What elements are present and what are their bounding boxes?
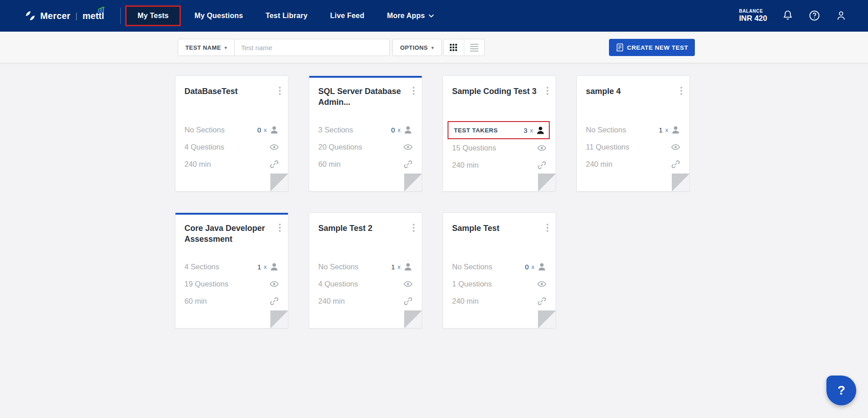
- test-card[interactable]: SQL Server Database Admin... 3 Sections …: [309, 75, 422, 192]
- user-account-icon[interactable]: [835, 9, 847, 22]
- test-card[interactable]: DataBaseTest No Sections 0 x 4 Questions: [175, 75, 288, 192]
- test-takers-count: 0: [257, 126, 261, 134]
- nav-item-my-tests[interactable]: My Tests: [125, 5, 181, 26]
- sections-test-takers-row[interactable]: No Sections 0 x: [452, 258, 547, 275]
- card-menu-kebab-icon[interactable]: [278, 86, 282, 96]
- chevron-down-icon: [429, 14, 434, 18]
- duration-row: 240 min: [318, 292, 413, 310]
- person-icon: [403, 262, 413, 272]
- help-circle-icon[interactable]: [808, 9, 821, 22]
- options-dropdown-button[interactable]: OPTIONS ▾: [392, 39, 442, 56]
- card-menu-kebab-icon[interactable]: [412, 223, 415, 233]
- create-new-test-button[interactable]: CREATE NEW TEST: [609, 39, 695, 56]
- preview-eye-icon[interactable]: [403, 142, 413, 152]
- card-stats: TEST TAKERS 3 x 15 Questions: [452, 121, 547, 174]
- preview-eye-icon[interactable]: [269, 279, 279, 289]
- questions-label: 11 Questions: [586, 143, 629, 151]
- preview-eye-icon[interactable]: [537, 143, 547, 153]
- card-stats: No Sections 1 x 11 Questions: [586, 121, 680, 173]
- link-icon[interactable]: [403, 296, 413, 306]
- link-icon[interactable]: [537, 160, 547, 170]
- filter-field-dropdown[interactable]: TEST NAME ▾: [178, 39, 235, 56]
- questions-row: 19 Questions: [184, 275, 279, 292]
- list-view-button[interactable]: [464, 39, 485, 56]
- link-icon[interactable]: [671, 160, 680, 169]
- create-button-label: CREATE NEW TEST: [627, 44, 689, 51]
- balance-value: INR 420: [739, 14, 767, 23]
- test-card[interactable]: Sample Coding Test 3 TEST TAKERS 3 x 15 …: [443, 75, 556, 192]
- test-title: Sample Test: [452, 223, 547, 234]
- filter-field-label: TEST NAME: [185, 44, 221, 51]
- grid-view-button[interactable]: [443, 39, 464, 56]
- times-symbol: x: [530, 127, 533, 134]
- preview-eye-icon[interactable]: [537, 279, 547, 289]
- test-card[interactable]: Sample Test 2 No Sections 1 x 4 Question…: [309, 212, 422, 329]
- sections-test-takers-row[interactable]: 3 Sections 0 x: [318, 121, 413, 138]
- card-stats: No Sections 0 x 1 Questions: [452, 258, 547, 310]
- nav-item-test-library[interactable]: Test Library: [256, 6, 316, 25]
- test-title: sample 4: [586, 86, 680, 97]
- preview-eye-icon[interactable]: [671, 142, 680, 152]
- duration-label: 60 min: [318, 160, 341, 169]
- nav-item-my-questions[interactable]: My Questions: [185, 6, 252, 25]
- card-menu-kebab-icon[interactable]: [412, 86, 415, 96]
- nav-item-live-feed[interactable]: Live Feed: [321, 6, 373, 25]
- preview-eye-icon[interactable]: [269, 142, 279, 152]
- top-navbar: Mercer | mettl My Tests My Questions Tes…: [0, 0, 868, 32]
- test-card[interactable]: sample 4 No Sections 1 x 11 Questions: [576, 75, 690, 192]
- times-symbol: x: [264, 127, 267, 133]
- navbar-right: BALANCE INR 420: [739, 9, 847, 23]
- sections-test-takers-row[interactable]: TEST TAKERS 3 x: [448, 121, 550, 139]
- person-icon: [269, 125, 279, 135]
- test-search-group: TEST NAME ▾: [178, 39, 390, 56]
- duration-label: 240 min: [318, 297, 345, 305]
- sections-label: 4 Sections: [184, 263, 219, 271]
- questions-label: 15 Questions: [452, 144, 496, 152]
- link-icon[interactable]: [403, 160, 413, 169]
- sections-test-takers-row[interactable]: No Sections 1 x: [318, 258, 413, 275]
- help-fab-button[interactable]: ?: [826, 376, 856, 405]
- main-nav: My Tests My Questions Test Library Live …: [125, 5, 443, 26]
- test-takers-count: 3: [524, 127, 527, 134]
- test-title: Core Java Developer Assessment: [184, 223, 279, 245]
- sections-test-takers-row[interactable]: 4 Sections 1 x: [184, 258, 279, 275]
- times-symbol: x: [398, 127, 401, 133]
- test-takers-count-group: 1 x: [659, 125, 680, 135]
- brand-logo[interactable]: Mercer | mettl: [24, 10, 104, 22]
- nav-item-label: My Tests: [137, 12, 169, 20]
- test-takers-count-group: 1 x: [391, 262, 413, 272]
- notifications-bell-icon[interactable]: [782, 9, 794, 22]
- nav-item-label: More Apps: [387, 12, 425, 20]
- test-card[interactable]: Core Java Developer Assessment 4 Section…: [175, 212, 288, 329]
- duration-label: 60 min: [184, 297, 207, 305]
- tests-toolbar: TEST NAME ▾ OPTIONS ▾ CREATE NEW TEST: [0, 32, 868, 63]
- duration-row: 240 min: [184, 155, 279, 173]
- sections-test-takers-row[interactable]: No Sections 1 x: [586, 121, 680, 138]
- card-menu-kebab-icon[interactable]: [679, 86, 683, 96]
- nav-item-label: Test Library: [265, 12, 307, 20]
- person-icon: [671, 125, 680, 135]
- nav-divider: [120, 8, 121, 24]
- list-view-icon: [470, 44, 478, 52]
- card-menu-kebab-icon[interactable]: [546, 86, 549, 96]
- chevron-down-icon: ▾: [431, 45, 434, 50]
- link-icon[interactable]: [269, 160, 279, 169]
- new-document-icon: [616, 43, 623, 52]
- duration-row: 240 min: [452, 156, 547, 174]
- test-name-search-input[interactable]: [235, 39, 389, 56]
- link-icon[interactable]: [537, 296, 547, 306]
- brand-separator: |: [75, 11, 78, 21]
- card-menu-kebab-icon[interactable]: [278, 223, 282, 233]
- preview-eye-icon[interactable]: [403, 279, 413, 289]
- card-stats: No Sections 0 x 4 Questions: [184, 121, 279, 173]
- test-takers-count: 0: [525, 263, 528, 271]
- card-menu-kebab-icon[interactable]: [546, 223, 549, 233]
- sections-test-takers-row[interactable]: No Sections 0 x: [184, 121, 279, 138]
- test-card[interactable]: Sample Test No Sections 0 x 1 Questions: [443, 212, 556, 329]
- link-icon[interactable]: [269, 296, 279, 306]
- questions-row: 15 Questions: [452, 139, 547, 156]
- questions-label: 19 Questions: [184, 280, 228, 288]
- nav-item-more-apps[interactable]: More Apps: [378, 6, 443, 25]
- test-takers-count: 0: [391, 126, 395, 134]
- sections-label: No Sections: [586, 126, 626, 134]
